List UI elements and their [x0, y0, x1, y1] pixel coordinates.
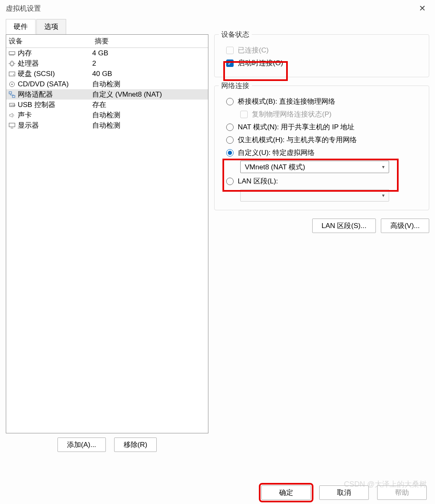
svg-point-13	[12, 83, 13, 85]
device-summary: 存在	[92, 100, 106, 109]
usb-icon: USB	[8, 101, 16, 109]
nat-label: NAT 模式(N): 用于共享主机的 IP 地址	[238, 122, 354, 132]
radio-custom[interactable]	[226, 149, 234, 157]
window-title: 虚拟机设置	[6, 4, 41, 13]
cancel-button[interactable]: 取消	[319, 485, 369, 500]
radio-lan[interactable]	[226, 178, 234, 185]
cpu-icon	[8, 59, 16, 68]
replicate-label: 复制物理网络连接状态(P)	[252, 109, 332, 119]
group-title-status: 设备状态	[219, 30, 252, 39]
device-summary: 自动检测	[92, 121, 120, 130]
network-icon	[8, 90, 16, 99]
device-summary: 自动检测	[92, 110, 120, 120]
device-row[interactable]: 处理器2	[6, 58, 208, 69]
device-row[interactable]: 声卡自动检测	[6, 110, 208, 120]
device-label: 声卡	[18, 110, 92, 120]
replicate-checkbox	[240, 111, 248, 118]
svg-rect-5	[10, 62, 14, 65]
device-row[interactable]: 硬盘 (SCSI)40 GB	[6, 69, 208, 79]
radio-bridged[interactable]	[226, 98, 234, 105]
device-summary: 4 GB	[92, 49, 108, 57]
lan-label: LAN 区段(L):	[238, 176, 278, 186]
device-label: 硬盘 (SCSI)	[18, 69, 92, 78]
col-device: 设备	[6, 35, 92, 48]
svg-text:USB: USB	[10, 104, 15, 107]
connected-checkbox	[226, 47, 234, 54]
radio-nat[interactable]	[226, 124, 234, 131]
svg-rect-0	[9, 52, 15, 55]
device-table: 设备 摘要 内存4 GB处理器2硬盘 (SCSI)40 GBCD/DVD (SA…	[6, 34, 208, 433]
custom-label: 自定义(U): 特定虚拟网络	[238, 148, 315, 157]
chevron-down-icon: ▾	[382, 164, 385, 170]
display-icon	[8, 121, 16, 130]
svg-rect-10	[9, 72, 15, 76]
device-label: 网络适配器	[18, 90, 92, 99]
col-summary: 摘要	[92, 35, 208, 48]
group-title-network: 网络连接	[219, 81, 252, 90]
disc-icon	[8, 80, 16, 88]
device-row[interactable]: 显示器自动检测	[6, 120, 208, 131]
device-label: 内存	[18, 48, 92, 58]
bridged-label: 桥接模式(B): 直接连接物理网络	[238, 97, 335, 106]
device-label: CD/DVD (SATA)	[18, 80, 92, 88]
device-status-group: 设备状态 已连接(C) 启动时连接(O)	[214, 34, 429, 77]
device-label: 处理器	[18, 59, 92, 68]
add-button[interactable]: 添加(A)...	[57, 437, 106, 452]
svg-point-11	[13, 74, 14, 75]
chevron-down-icon: ▾	[382, 193, 385, 198]
connected-label: 已连接(C)	[238, 45, 269, 55]
device-row[interactable]: CD/DVD (SATA)自动检测	[6, 79, 208, 89]
remove-button[interactable]: 移除(R)	[114, 437, 157, 452]
network-group: 网络连接 桥接模式(B): 直接连接物理网络 复制物理网络连接状态(P) NAT…	[214, 86, 429, 210]
device-row[interactable]: USBUSB 控制器存在	[6, 100, 208, 110]
device-label: USB 控制器	[18, 100, 92, 109]
svg-rect-15	[12, 95, 15, 97]
hdd-icon	[8, 70, 16, 78]
advanced-button[interactable]: 高级(V)...	[381, 219, 429, 233]
tab-hardware[interactable]: 硬件	[6, 19, 36, 34]
svg-rect-14	[9, 92, 12, 94]
device-label: 显示器	[18, 121, 92, 130]
sound-icon	[8, 111, 16, 119]
hostonly-label: 仅主机模式(H): 与主机共享的专用网络	[238, 135, 357, 145]
help-button[interactable]: 帮助	[377, 485, 427, 500]
memory-icon	[8, 49, 16, 57]
device-row[interactable]: 内存4 GB	[6, 48, 208, 58]
lan-segments-button[interactable]: LAN 区段(S)...	[312, 219, 376, 233]
tab-options[interactable]: 选项	[36, 19, 66, 34]
device-summary: 2	[92, 59, 96, 68]
custom-combo[interactable]: VMnet8 (NAT 模式) ▾	[240, 161, 389, 173]
close-icon[interactable]: ✕	[416, 2, 429, 15]
device-summary: 自动检测	[92, 79, 120, 89]
ok-button[interactable]: 确定	[261, 485, 311, 500]
connect-on-start-checkbox[interactable]	[226, 59, 234, 67]
radio-hostonly[interactable]	[226, 136, 234, 144]
custom-combo-value: VMnet8 (NAT 模式)	[245, 162, 305, 172]
device-summary: 自定义 (VMnet8 (NAT)	[92, 90, 162, 99]
device-summary: 40 GB	[92, 70, 112, 78]
connect-on-start-label: 启动时连接(O)	[238, 58, 283, 68]
svg-rect-18	[9, 123, 15, 127]
device-row[interactable]: 网络适配器自定义 (VMnet8 (NAT)	[6, 89, 208, 100]
lan-combo: ▾	[240, 189, 389, 202]
